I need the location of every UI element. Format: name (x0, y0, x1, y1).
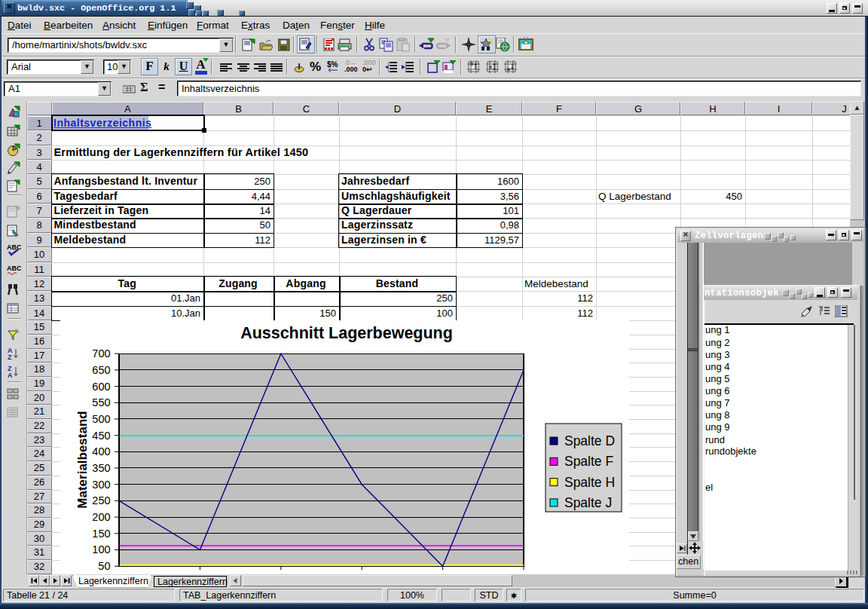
svg-text:Spalte F: Spalte F (564, 454, 613, 469)
svg-text:ABC: ABC (7, 265, 21, 272)
svg-text:50: 50 (98, 560, 110, 572)
svg-text:A: A (8, 372, 13, 378)
svg-text:600: 600 (92, 380, 110, 392)
svg-text:350: 350 (92, 462, 110, 474)
svg-text:250: 250 (92, 494, 110, 506)
svg-text:Z: Z (8, 353, 12, 360)
svg-text:450: 450 (92, 429, 110, 441)
svg-text:300: 300 (92, 478, 110, 490)
svg-text:700: 700 (92, 347, 110, 360)
svg-text:400: 400 (92, 445, 110, 458)
svg-text:Spalte D: Spalte D (564, 433, 615, 448)
svg-text:Spalte H: Spalte H (564, 474, 615, 489)
svg-text:100: 100 (92, 543, 110, 555)
svg-text:650: 650 (92, 364, 110, 376)
svg-text:Spalte J: Spalte J (564, 495, 612, 510)
svg-text:Ausschnitt Lagerbewegung: Ausschnitt Lagerbewegung (240, 324, 453, 342)
svg-text:200: 200 (92, 511, 110, 523)
svg-text:150: 150 (92, 528, 110, 540)
svg-text:Materialbestand: Materialbestand (75, 411, 90, 508)
svg-text:500: 500 (92, 413, 110, 425)
svg-text:ABC: ABC (7, 243, 21, 251)
svg-text:550: 550 (92, 396, 110, 409)
